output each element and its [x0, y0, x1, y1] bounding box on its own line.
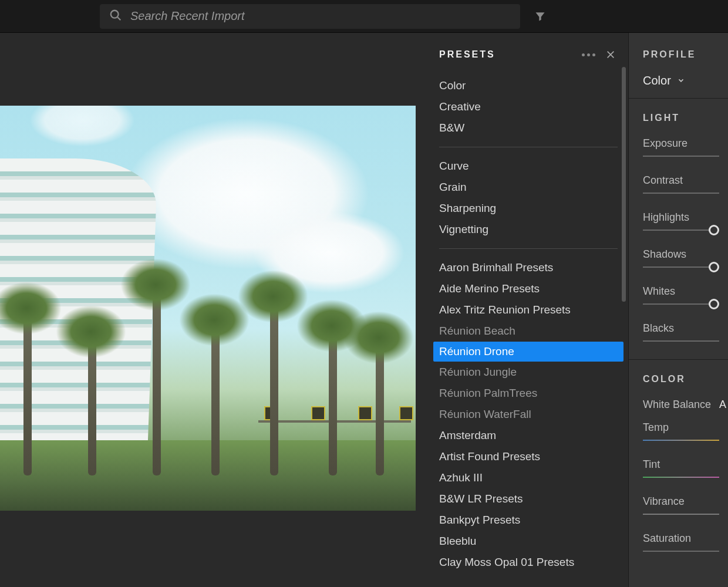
preset-item[interactable]: Artist Found Presets — [439, 446, 618, 467]
slider-label: Highlights — [643, 211, 728, 224]
chevron-down-icon — [677, 74, 685, 87]
slider-label: Exposure — [643, 137, 728, 150]
preset-item[interactable]: Vignetting — [439, 219, 618, 240]
preset-item[interactable]: B&W — [439, 117, 618, 139]
slider-thumb[interactable] — [709, 299, 719, 309]
profile-value: Color — [643, 74, 671, 87]
preset-item[interactable]: Aaron Brimhall Presets — [439, 257, 618, 278]
slider-track[interactable] — [643, 477, 719, 478]
preset-item[interactable]: Clay Moss Opal 01 Presets — [439, 552, 618, 573]
preset-item[interactable]: Sharpening — [439, 198, 618, 219]
slider-track[interactable] — [643, 230, 719, 231]
presets-title: PRESETS — [439, 49, 496, 60]
slider-label: Temp — [643, 421, 728, 434]
divider — [439, 248, 618, 249]
slider-track[interactable] — [643, 340, 719, 342]
slider-label: Tint — [643, 458, 728, 471]
preset-item[interactable]: Curve — [439, 156, 618, 177]
more-icon[interactable] — [582, 53, 595, 56]
preset-item[interactable]: Bleeblu — [439, 531, 618, 552]
image-viewer[interactable] — [0, 33, 416, 587]
slider-label: Contrast — [643, 174, 728, 187]
preset-item[interactable]: B&W LR Presets — [439, 488, 618, 510]
slider-tint[interactable]: Tint — [643, 458, 728, 478]
preset-item[interactable]: Creative — [439, 96, 618, 117]
slider-saturation[interactable]: Saturation — [643, 532, 728, 552]
preset-item[interactable]: Amsterdam — [439, 425, 618, 446]
slider-track[interactable] — [643, 551, 719, 552]
preset-item[interactable]: Grain — [439, 177, 618, 198]
slider-temp[interactable]: Temp — [643, 421, 728, 441]
light-section-title: LIGHT — [643, 113, 728, 123]
divider — [629, 98, 728, 99]
topbar — [0, 0, 728, 33]
slider-vibrance[interactable]: Vibrance — [643, 495, 728, 515]
slider-contrast[interactable]: Contrast — [643, 174, 728, 194]
slider-shadows[interactable]: Shadows — [643, 248, 728, 268]
slider-track[interactable] — [643, 303, 719, 305]
preset-item[interactable]: Azhuk III — [439, 467, 618, 488]
preset-item[interactable]: Réunion PalmTrees — [439, 383, 618, 404]
svg-point-0 — [111, 10, 119, 18]
presets-panel: PRESETS ColorCreativeB&WCurveGrainSharpe… — [416, 33, 628, 587]
slider-blacks[interactable]: Blacks — [643, 322, 728, 342]
slider-label: Shadows — [643, 248, 728, 261]
slider-track[interactable] — [643, 156, 719, 157]
slider-track[interactable] — [643, 193, 719, 194]
slider-label: Saturation — [643, 532, 728, 545]
slider-label: Blacks — [643, 322, 728, 335]
preview-photo — [0, 106, 416, 511]
slider-track[interactable] — [643, 266, 719, 268]
preset-item[interactable]: Bankpyt Presets — [439, 510, 618, 531]
preset-item[interactable]: Color — [439, 75, 618, 96]
divider — [629, 359, 728, 360]
scrollbar[interactable] — [622, 67, 626, 302]
preset-item[interactable]: Réunion WaterFall — [439, 404, 618, 425]
color-section-title: COLOR — [643, 374, 728, 384]
preset-item[interactable]: Réunion Beach — [439, 321, 618, 342]
slider-whites[interactable]: Whites — [643, 285, 728, 305]
slider-track[interactable] — [643, 440, 719, 441]
preset-item[interactable]: Réunion Jungle — [439, 362, 618, 383]
slider-thumb[interactable] — [709, 262, 719, 272]
white-balance-label: White Balance — [643, 399, 711, 411]
preset-item[interactable]: Alex Tritz Reunion Presets — [439, 299, 618, 321]
svg-line-1 — [117, 17, 120, 20]
profile-section-title: PROFILE — [643, 49, 728, 60]
slider-thumb[interactable] — [709, 225, 719, 235]
slider-exposure[interactable]: Exposure — [643, 137, 728, 157]
search-field[interactable] — [100, 4, 520, 29]
divider — [439, 147, 618, 147]
white-balance-value: A — [719, 399, 726, 411]
search-input[interactable] — [130, 9, 511, 23]
edit-panel: PROFILE Color LIGHT ExposureContrastHigh… — [628, 33, 728, 587]
preset-item[interactable]: Réunion Drone — [433, 342, 623, 362]
filter-icon[interactable] — [534, 11, 546, 22]
close-icon[interactable] — [606, 50, 615, 59]
search-icon — [109, 9, 130, 24]
slider-label: Whites — [643, 285, 728, 298]
slider-track[interactable] — [643, 514, 719, 515]
slider-highlights[interactable]: Highlights — [643, 211, 728, 231]
preset-item[interactable]: Aide Merino Presets — [439, 278, 618, 299]
slider-label: Vibrance — [643, 495, 728, 508]
profile-dropdown[interactable]: Color — [643, 74, 728, 87]
